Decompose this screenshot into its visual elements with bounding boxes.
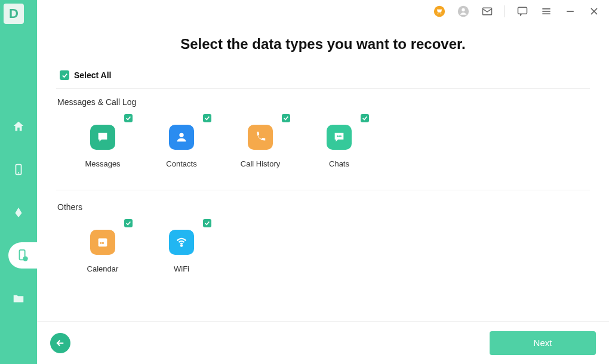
svg-point-19 (340, 135, 342, 137)
card-label: Chats (329, 159, 349, 168)
chat-bubble-icon (90, 125, 115, 150)
check-icon (125, 220, 131, 226)
svg-text:!: ! (25, 257, 26, 261)
next-button-label: Next (534, 338, 552, 348)
wifi-icon (169, 230, 194, 255)
calendar-icon (90, 230, 115, 255)
sidebar-item-cloud[interactable] (0, 199, 37, 226)
section-others: Others Calendar WiFi (56, 202, 590, 295)
next-button[interactable]: Next (490, 331, 596, 355)
svg-rect-21 (99, 239, 107, 241)
sidebar-item-folder[interactable] (0, 285, 37, 311)
section-cards: Messages Contacts Call History Chats (56, 118, 590, 184)
back-button[interactable] (50, 333, 70, 353)
check-icon (283, 115, 289, 121)
card-label: Contacts (166, 159, 196, 168)
card-checkbox[interactable] (124, 219, 133, 227)
card-checkbox[interactable] (124, 114, 133, 122)
svg-point-18 (339, 135, 340, 137)
card-call-history[interactable]: Call History (235, 118, 285, 168)
user-icon (169, 125, 194, 150)
card-label: WiFi (174, 264, 189, 273)
sidebar: D ! (0, 0, 37, 364)
sidebar-item-phone-alert[interactable]: ! (8, 242, 37, 269)
card-label: Calendar (87, 264, 119, 273)
cloud-icon (12, 206, 25, 219)
sidebar-item-phone[interactable] (0, 156, 37, 183)
sidebar-item-home[interactable] (0, 113, 37, 140)
arrow-left-icon (55, 338, 66, 348)
card-checkbox[interactable] (203, 114, 211, 122)
page-title: Select the data types you want to recove… (56, 36, 590, 53)
main-content: Select the data types you want to recove… (37, 0, 609, 364)
card-checkbox[interactable] (361, 114, 369, 122)
svg-point-24 (181, 245, 182, 246)
check-icon (204, 220, 210, 226)
card-checkbox[interactable] (282, 114, 290, 122)
card-messages[interactable]: Messages (78, 118, 128, 168)
card-checkbox[interactable] (203, 219, 211, 227)
phone-alert-icon: ! (16, 249, 29, 262)
svg-point-16 (179, 133, 183, 137)
app-logo-letter: D (9, 6, 19, 21)
svg-rect-22 (100, 242, 102, 244)
check-icon (204, 115, 210, 121)
svg-point-17 (337, 135, 338, 137)
card-calendar[interactable]: Calendar (78, 223, 128, 273)
card-contacts[interactable]: Contacts (156, 118, 207, 168)
section-title: Messages & Call Log (56, 97, 590, 107)
chat-dots-icon (327, 125, 352, 150)
folder-icon (12, 292, 25, 305)
home-icon (12, 120, 25, 133)
section-cards: Calendar WiFi (56, 223, 590, 289)
select-all-checkbox[interactable] (60, 70, 69, 80)
footer: Next (37, 321, 609, 364)
app-logo: D (4, 4, 24, 24)
section-messages-calllog: Messages & Call Log Messages Contacts Ca… (56, 97, 590, 190)
check-icon (61, 72, 68, 79)
card-label: Call History (241, 159, 280, 168)
select-all-row: Select All (56, 70, 590, 89)
card-label: Messages (85, 159, 120, 168)
card-chats[interactable]: Chats (314, 118, 364, 168)
section-title: Others (56, 202, 590, 212)
device-phone-icon (12, 163, 25, 176)
svg-rect-23 (102, 242, 104, 244)
sidebar-nav: ! (0, 113, 37, 311)
select-all-label: Select All (74, 70, 112, 80)
phone-icon (248, 125, 273, 150)
card-wifi[interactable]: WiFi (156, 223, 207, 273)
check-icon (362, 115, 368, 121)
check-icon (125, 115, 131, 121)
